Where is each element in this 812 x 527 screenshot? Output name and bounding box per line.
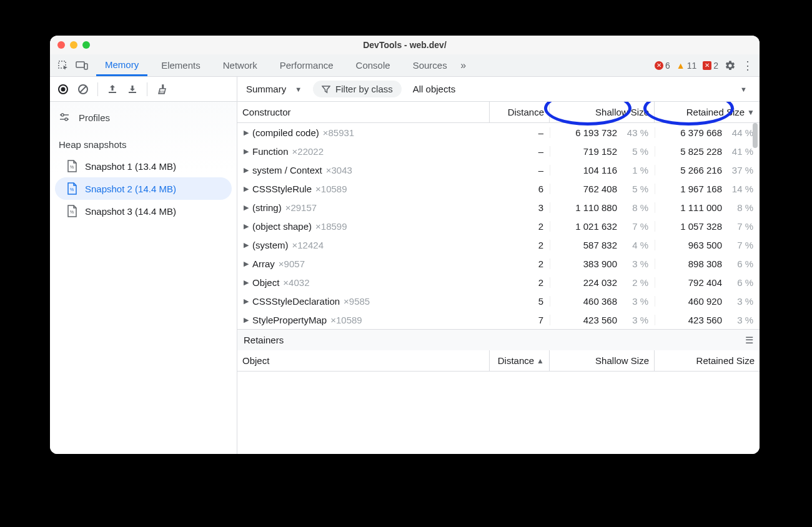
expand-icon[interactable]: ▶ — [244, 297, 249, 305]
kebab-icon[interactable]: ⋮ — [742, 59, 753, 72]
col-shallow[interactable]: Shallow Size — [550, 102, 655, 122]
constructor-name: system / Context — [252, 165, 322, 175]
table-row[interactable]: ▶(system) ×124242587 8324 %963 5007 % — [237, 235, 760, 254]
ret-col-distance[interactable]: Distance ▲ — [490, 350, 550, 371]
sort-desc-icon: ▼ — [747, 108, 755, 117]
table-row[interactable]: ▶Object ×40322224 0322 %792 4046 % — [237, 273, 760, 292]
retained-size: 898 308 — [688, 259, 722, 269]
hamburger-icon[interactable]: ☰ — [745, 335, 753, 346]
col-distance[interactable]: Distance — [490, 102, 550, 122]
retained-size: 792 404 — [688, 277, 722, 288]
download-icon[interactable] — [127, 84, 138, 95]
snapshot-item[interactable]: %Snapshot 1 (13.4 MB) — [55, 155, 232, 177]
svg-point-4 — [61, 87, 66, 91]
expand-icon[interactable]: ▶ — [244, 204, 249, 212]
scrollbar[interactable] — [753, 123, 758, 148]
gear-icon[interactable] — [725, 60, 736, 71]
retained-pct: 37 % — [731, 165, 753, 175]
shallow-pct: 43 % — [626, 127, 648, 138]
expand-icon[interactable]: ▶ — [244, 260, 249, 268]
distance-value: 2 — [490, 277, 550, 288]
retained-size: 6 379 668 — [680, 127, 722, 138]
table-row[interactable]: ▶StylePropertyMap ×105897423 5603 %423 5… — [237, 310, 760, 329]
snapshot-item[interactable]: %Snapshot 3 (14.4 MB) — [55, 200, 232, 222]
device-toolbar-icon[interactable] — [72, 54, 91, 76]
summary-dropdown[interactable]: Summary ▼ — [246, 84, 302, 94]
tab-performance[interactable]: Performance — [271, 54, 342, 76]
constructor-name: StylePropertyMap — [252, 315, 327, 325]
clear-icon[interactable] — [77, 84, 89, 95]
distance-value: 2 — [490, 221, 550, 232]
expand-icon[interactable]: ▶ — [244, 185, 249, 193]
tab-elements[interactable]: Elements — [152, 54, 209, 76]
expand-icon[interactable]: ▶ — [244, 129, 249, 137]
ret-col-shallow[interactable]: Shallow Size — [550, 350, 655, 371]
warnings-badge[interactable]: ▲ 11 — [676, 61, 696, 71]
maximize-icon[interactable] — [82, 41, 90, 49]
issues-badge[interactable]: ✕ 2 — [703, 61, 718, 71]
snapshot-icon: % — [66, 205, 77, 217]
table-row[interactable]: ▶(string) ×2915731 110 8808 %1 111 0008 … — [237, 198, 760, 217]
upload-icon[interactable] — [107, 84, 118, 95]
divider — [97, 82, 98, 96]
inspect-icon[interactable] — [54, 54, 72, 76]
distance-value: 7 — [490, 315, 550, 325]
shallow-pct: 4 % — [626, 240, 648, 250]
scope-dropdown[interactable]: All objects — [413, 84, 455, 94]
gc-broom-icon[interactable] — [156, 84, 167, 95]
svg-point-15 — [65, 118, 67, 121]
table-row[interactable]: ▶system / Context ×3043–104 1161 %5 266 … — [237, 160, 760, 179]
expand-icon[interactable]: ▶ — [244, 278, 249, 287]
expand-icon[interactable]: ▶ — [244, 222, 249, 230]
tab-network[interactable]: Network — [214, 54, 266, 76]
expand-icon[interactable]: ▶ — [244, 241, 249, 249]
snapshot-label: Snapshot 2 (14.4 MB) — [85, 184, 176, 194]
retained-pct: 41 % — [731, 146, 753, 157]
col-retained[interactable]: Retained Size ▼ — [655, 102, 760, 122]
table-row[interactable]: ▶CSSStyleDeclaration ×95855460 3683 %460… — [237, 292, 760, 310]
minimize-icon[interactable] — [70, 41, 77, 49]
retained-size: 460 920 — [688, 296, 722, 307]
constructor-name: CSSStyleRule — [252, 184, 312, 194]
shallow-pct: 8 % — [626, 202, 648, 213]
warning-icon: ▲ — [676, 61, 685, 71]
close-icon[interactable] — [57, 41, 65, 49]
table-row[interactable]: ▶(compiled code) ×85931–6 193 73243 %6 3… — [237, 123, 760, 142]
constructor-name: (compiled code) — [252, 127, 319, 138]
constructor-name: (string) — [252, 202, 282, 213]
table-row[interactable]: ▶Array ×90572383 9003 %898 3086 % — [237, 254, 760, 273]
profiles-label: Profiles — [79, 112, 110, 123]
snapshot-item[interactable]: %Snapshot 2 (14.4 MB) — [55, 177, 232, 200]
tab-memory[interactable]: Memory — [96, 54, 147, 76]
ret-col-retained[interactable]: Retained Size — [655, 350, 760, 371]
expand-icon[interactable]: ▶ — [244, 166, 249, 174]
retained-size: 423 560 — [688, 315, 722, 325]
tabbar-right: ✕ 6 ▲ 11 ✕ 2 ⋮ — [655, 54, 760, 76]
expand-icon[interactable]: ▶ — [244, 147, 249, 155]
table-row[interactable]: ▶Function ×22022–719 1525 %5 825 22841 % — [237, 142, 760, 160]
shallow-size: 423 560 — [583, 315, 617, 325]
profiles-header[interactable]: Profiles — [50, 107, 237, 128]
tab-console[interactable]: Console — [347, 54, 399, 76]
record-icon[interactable] — [57, 84, 69, 95]
tab-sources[interactable]: Sources — [404, 54, 456, 76]
ret-col-object[interactable]: Object — [237, 350, 490, 371]
table-row[interactable]: ▶(object shape) ×1859921 021 6327 %1 057… — [237, 217, 760, 235]
errors-badge[interactable]: ✕ 6 — [655, 61, 670, 71]
col-constructor[interactable]: Constructor — [237, 102, 490, 122]
snapshot-label: Snapshot 1 (13.4 MB) — [85, 161, 176, 172]
table-row[interactable]: ▶CSSStyleRule ×105896762 4085 %1 967 168… — [237, 179, 760, 198]
main-grid: Constructor Distance Shallow Size Retain… — [237, 102, 760, 454]
more-tabs-icon[interactable]: » — [456, 54, 471, 76]
chevron-down-icon[interactable]: ▼ — [740, 86, 751, 93]
svg-rect-2 — [84, 64, 87, 69]
expand-icon[interactable]: ▶ — [244, 316, 249, 324]
retained-size: 1 967 168 — [680, 184, 722, 194]
retained-pct: 6 % — [731, 259, 753, 269]
retained-size: 1 057 328 — [680, 221, 722, 232]
svg-text:%: % — [70, 187, 74, 192]
constructor-count: ×9057 — [279, 259, 305, 269]
svg-point-13 — [61, 114, 64, 116]
filter-input[interactable]: Filter by class — [313, 81, 402, 97]
titlebar: DevTools - web.dev/ — [50, 36, 760, 54]
